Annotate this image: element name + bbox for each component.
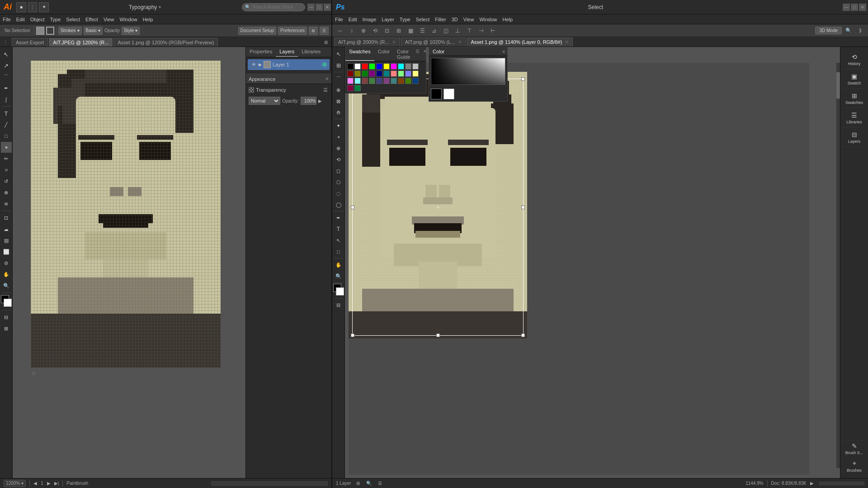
- ps-crop-tool[interactable]: ⊠: [333, 96, 344, 107]
- ai-basic-dropdown[interactable]: Basic▾: [84, 27, 103, 35]
- ps-dodge-tool[interactable]: ◯: [333, 199, 344, 210]
- ps-fill-tool[interactable]: ⬡: [333, 177, 344, 188]
- ps-panel-swatch[interactable]: ▣ Swatch: [842, 70, 867, 89]
- ps-pen-tool[interactable]: ✒: [333, 212, 344, 223]
- ps-blur-tool[interactable]: ◌: [333, 188, 344, 199]
- bg-color-display[interactable]: [443, 89, 454, 99]
- ai-menu-help[interactable]: Help: [140, 16, 156, 23]
- ps-scrollbar-v[interactable]: [836, 63, 840, 468]
- win-close[interactable]: ✕: [324, 4, 331, 11]
- ps-status-icon3[interactable]: ☰: [376, 480, 383, 487]
- type-tool[interactable]: T: [1, 108, 12, 119]
- ai-stroke-color[interactable]: [46, 27, 54, 35]
- change-screen-mode[interactable]: ⊟: [1, 312, 12, 323]
- ps-eyedropper[interactable]: ⟰: [333, 107, 344, 118]
- ps-quick-mask[interactable]: ⊟: [333, 300, 344, 310]
- ps-panel-brush-s[interactable]: ✎ Brush S...: [842, 440, 867, 457]
- ps-move-tool[interactable]: ↖: [333, 49, 344, 60]
- ai-menu-type[interactable]: Type: [47, 16, 64, 23]
- swatch-cell[interactable]: [362, 70, 368, 77]
- ai-document-setup-btn[interactable]: Document Setup: [238, 27, 277, 35]
- color-panel-tab[interactable]: Color: [429, 47, 448, 56]
- ps-quick-select[interactable]: ⊕: [333, 84, 344, 95]
- ai-nav-next[interactable]: ▶: [47, 481, 51, 486]
- ps-menu-edit[interactable]: Edit: [346, 16, 360, 23]
- ps-status-icon1[interactable]: ⊞: [354, 480, 362, 487]
- ps-win-close[interactable]: ✕: [859, 4, 866, 11]
- ps-hand-tool[interactable]: ✋: [333, 259, 344, 270]
- swatches-close[interactable]: ✕: [421, 47, 429, 61]
- ps-transform-icon9[interactable]: ⊿: [429, 26, 439, 36]
- ps-stamp-tool[interactable]: ⊗: [333, 143, 344, 154]
- ps-transform-icon2[interactable]: ↕: [347, 26, 357, 36]
- swatch-cell[interactable]: [391, 63, 397, 70]
- ai-zoom-dropdown[interactable]: 1200%▾: [4, 480, 26, 487]
- ai-magic-btn[interactable]: ✦: [39, 2, 49, 12]
- ps-transform-icon3[interactable]: ⊕: [359, 26, 368, 36]
- ai-bg-color[interactable]: [4, 299, 12, 307]
- pen-tool[interactable]: ✒: [1, 83, 12, 94]
- ai-layer-arrow[interactable]: ▶: [259, 62, 262, 67]
- ps-menu-3d[interactable]: 3D: [449, 16, 461, 23]
- ai-tab-asset1[interactable]: Asset 1.png @ 1200% (RGB/Pixel Preview): [113, 38, 218, 47]
- ps-lasso-tool[interactable]: ⌒: [333, 73, 344, 84]
- ps-arrange-tool[interactable]: ⊞: [333, 60, 344, 71]
- ps-panel-swatches[interactable]: ⊞ Swatches: [842, 89, 867, 108]
- ai-fill-color[interactable]: [36, 27, 44, 35]
- ai-tab-arrange[interactable]: ⊞: [321, 38, 330, 47]
- ai-tab-layers[interactable]: Layers: [276, 47, 298, 57]
- color-tab[interactable]: Color: [374, 47, 393, 61]
- ps-selection-path[interactable]: ↖: [333, 235, 344, 246]
- ps-search-icon[interactable]: 🔍: [844, 26, 854, 36]
- swatch-cell[interactable]: [412, 63, 419, 70]
- ps-status-icon2[interactable]: 🔍: [365, 480, 373, 487]
- ai-style-dropdown[interactable]: Style▾: [122, 27, 140, 35]
- ai-panel-toggle-left[interactable]: ⋮: [1, 38, 10, 47]
- ai-tab-asset-export[interactable]: Asset Export: [12, 38, 48, 47]
- swatch-cell[interactable]: [398, 63, 404, 70]
- ps-eraser-tool[interactable]: ◻: [333, 165, 344, 176]
- blending-mode-dropdown[interactable]: Normal: [249, 97, 280, 105]
- ps-spot-heal[interactable]: ✦: [333, 120, 344, 131]
- swatch-cell[interactable]: [369, 63, 375, 70]
- ai-menu-effect[interactable]: Effect: [83, 16, 101, 23]
- ps-tab-asset1-active[interactable]: Asset 1.png @ 1140% (Layer 0, RGB/8#)✕: [467, 38, 573, 47]
- ai-menu-view[interactable]: View: [101, 16, 117, 23]
- warp-tool[interactable]: ≋: [1, 198, 12, 209]
- ai-nav-end[interactable]: ▶|: [54, 481, 59, 486]
- ps-text-tool[interactable]: T: [333, 224, 344, 235]
- color-guide-tab[interactable]: Color Guide: [393, 47, 414, 61]
- ps-shape-tool[interactable]: □: [333, 246, 344, 257]
- ps-tab-ait-2000[interactable]: AIT.png @ 2000% (R...✕: [334, 38, 400, 47]
- ps-transform-icon4[interactable]: ⟲: [370, 26, 380, 36]
- ps-transform-icon7[interactable]: ▦: [406, 26, 415, 36]
- direct-select-tool[interactable]: ↗: [1, 60, 12, 71]
- ai-scrollbar-h[interactable]: [211, 481, 328, 486]
- ai-menu-select[interactable]: Select: [63, 16, 83, 23]
- ps-transform-icon12[interactable]: ⊤: [464, 26, 474, 36]
- swatch-cell[interactable]: [354, 70, 361, 77]
- shape-tool[interactable]: □: [1, 131, 12, 141]
- swatch-cell[interactable]: [383, 78, 390, 84]
- ps-transform-icon6[interactable]: ⊞: [394, 26, 404, 36]
- ps-panel-brushes[interactable]: ⌖ Brushes: [842, 458, 867, 474]
- swatch-cell[interactable]: [412, 78, 419, 84]
- ps-menu-layer[interactable]: Layer: [379, 16, 397, 23]
- rotate-tool[interactable]: ↺: [1, 176, 12, 187]
- appearance-close[interactable]: ✕: [325, 76, 329, 81]
- swatch-cell[interactable]: [347, 85, 354, 91]
- ai-search-box[interactable]: 🔍: [242, 3, 305, 11]
- ai-arrange-btn[interactable]: ⋮: [28, 2, 37, 12]
- ai-preferences-btn[interactable]: Preferences: [278, 27, 307, 35]
- ps-win-maximize[interactable]: □: [851, 4, 858, 11]
- ps-win-minimize[interactable]: —: [843, 4, 850, 11]
- swatch-cell[interactable]: [347, 70, 354, 77]
- ai-panel-toggle[interactable]: ☰: [320, 27, 329, 35]
- zoom-tool[interactable]: 🔍: [1, 280, 12, 291]
- ps-transform-icon1[interactable]: ↔: [335, 26, 345, 36]
- selection-tool[interactable]: ↖: [1, 49, 12, 60]
- opacity-arrow[interactable]: ▶: [318, 99, 322, 103]
- swatch-cell[interactable]: [391, 70, 397, 77]
- ps-history-brush[interactable]: ⟲: [333, 154, 344, 165]
- swatch-cell[interactable]: [398, 70, 404, 77]
